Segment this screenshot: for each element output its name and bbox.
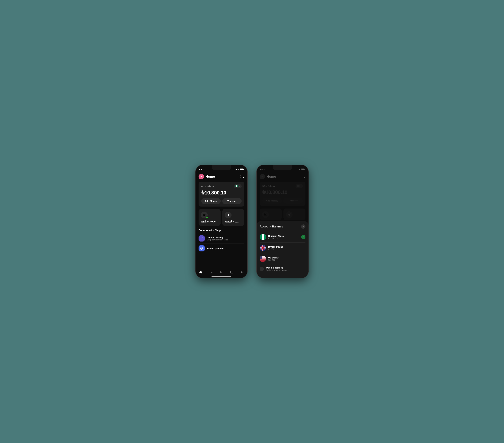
- bills-icon-wrap-right: [286, 211, 293, 218]
- scene: 9:41 ⊖: [186, 156, 318, 287]
- quick-item-pay-bills[interactable]: Pay Bills Top-Up & utilities: [222, 209, 244, 226]
- modal-header-right: Account Balance ×: [260, 224, 306, 229]
- currency-item-naira[interactable]: Nigerian Naira ₦1,000,000 ✓: [260, 232, 306, 242]
- signal-icon-right: [298, 168, 301, 170]
- naira-check-icon: ✓: [301, 235, 306, 239]
- convert-dots-icon[interactable]: ⋮: [242, 237, 244, 240]
- scan-icon-left[interactable]: [240, 175, 244, 179]
- transfer-button-right: Transfer: [283, 198, 303, 204]
- convert-title: Convert Money: [207, 236, 239, 239]
- tuition-dots-icon[interactable]: ⋮: [242, 247, 244, 250]
- status-bar-left: 9:41 ⊖: [196, 165, 247, 173]
- nigeria-flag: [260, 234, 266, 240]
- status-time-right: 9:41: [260, 168, 265, 171]
- scan-icon-right: [302, 175, 306, 179]
- quick-grid-left: 🏛 Bank Account Show account info: [198, 209, 244, 226]
- action-buttons-left: Add Money Transfer: [201, 198, 242, 204]
- gbp-info: British Pound £1,000: [268, 245, 306, 250]
- action-buttons-right: Add Money Transfer: [262, 198, 303, 204]
- svg-rect-5: [241, 177, 242, 178]
- battery-icon: [240, 168, 244, 170]
- bank-icon-badge: [206, 217, 208, 219]
- transfer-button-left[interactable]: Transfer: [222, 198, 242, 204]
- status-icons-right: [298, 168, 305, 170]
- svg-rect-39: [260, 261, 266, 261]
- quick-grid-right: 🏛: [260, 208, 306, 220]
- currency-item-gbp[interactable]: British Pound £1,000: [260, 242, 306, 253]
- quick-item-bank-account[interactable]: 🏛 Bank Account Show account info: [198, 209, 220, 226]
- svg-rect-3: [241, 175, 242, 176]
- nav-profile[interactable]: [241, 270, 244, 274]
- modal-sheet-right: Account Balance × Nigerian Nair: [257, 221, 308, 278]
- bank-icon: 🏛: [203, 213, 206, 217]
- svg-point-10: [220, 271, 222, 273]
- nav-cards[interactable]: [230, 270, 234, 274]
- balance-label-row-left: NGN Balance 🇳🇬 ▾: [201, 184, 242, 188]
- battery-icon-right: [301, 168, 305, 170]
- nav-search[interactable]: [220, 270, 223, 274]
- app-content-left: CC Home NGN Balance: [196, 173, 247, 269]
- balance-amount-right: ₦10,800.10: [262, 189, 303, 195]
- currency-item-usd[interactable]: US Dollar $90,000: [260, 253, 306, 264]
- naira-amount: ₦1,000,000: [268, 237, 299, 240]
- add-money-button-left[interactable]: Add Money: [201, 198, 221, 204]
- send-icon-right: [288, 213, 291, 216]
- app-content-right: CC Home NGN: [257, 173, 308, 223]
- currency-badge-left[interactable]: 🇳🇬 ▾: [234, 184, 242, 188]
- svg-rect-14: [305, 169, 305, 170]
- svg-rect-16: [302, 175, 303, 176]
- us-flag: [260, 256, 266, 262]
- status-time-left: 9:41: [199, 168, 204, 171]
- tuition-icon-wrap: [198, 245, 205, 251]
- svg-rect-15: [302, 169, 304, 170]
- svg-rect-1: [243, 169, 244, 170]
- nav-home[interactable]: [199, 270, 202, 274]
- bank-icon-wrap-right: 🏛: [262, 211, 269, 218]
- open-balance-info: Open a balance Add a new wallet account: [266, 266, 306, 271]
- dimmed-content-right: 9:41: [257, 165, 308, 223]
- plus-icon-open: +: [260, 267, 264, 271]
- signal-icon: [234, 168, 237, 170]
- usd-amount: $90,000: [268, 259, 306, 261]
- status-icons-left: ⊖: [234, 168, 244, 171]
- currency-item-open[interactable]: + Open a balance Add a new wallet accoun…: [260, 264, 306, 274]
- usd-name: US Dollar: [268, 256, 306, 259]
- naira-info: Nigerian Naira ₦1,000,000: [268, 235, 299, 240]
- svg-rect-38: [260, 259, 266, 260]
- uk-flag: [260, 245, 266, 251]
- balance-label-right: NGN Balance: [262, 185, 275, 187]
- screen-right: 9:41: [257, 165, 308, 278]
- logo-title-right: CC Home: [260, 174, 276, 179]
- convert-subtitle: Swap between currencies: [207, 239, 239, 241]
- currency-badge-right: ▾: [296, 184, 303, 188]
- svg-rect-22: [262, 234, 264, 240]
- balance-amount-left: ₦10,800.10: [201, 190, 242, 196]
- balance-card-left: NGN Balance 🇳🇬 ▾ ₦10,800.10 Add Money Tr…: [198, 182, 244, 206]
- open-balance-name: Open a balance: [266, 266, 306, 269]
- svg-rect-11: [231, 271, 233, 273]
- balance-label-left: NGN Balance: [201, 185, 215, 188]
- list-item-tuition[interactable]: Tuition payment ⋮: [198, 243, 244, 253]
- list-item-convert[interactable]: Convert Money Swap between currencies ⋮: [198, 234, 244, 243]
- svg-rect-40: [260, 256, 262, 259]
- naira-name: Nigerian Naira: [268, 235, 299, 237]
- bank-icon-right: 🏛: [264, 213, 267, 217]
- home-indicator-left: [196, 275, 247, 278]
- nav-history[interactable]: [209, 270, 213, 274]
- bank-account-subtitle: Show account info: [201, 222, 218, 224]
- currency-flag-right: [297, 185, 300, 187]
- tuition-title: Tuition payment: [207, 247, 239, 250]
- app-title-left: Home: [206, 175, 215, 179]
- gbp-name: British Pound: [268, 245, 306, 248]
- add-money-button-right: Add Money: [262, 198, 282, 204]
- open-balance-sub: Add a new wallet account: [266, 269, 306, 271]
- modal-title-right: Account Balance: [260, 225, 283, 228]
- modal-close-button[interactable]: ×: [301, 224, 306, 229]
- svg-rect-18: [302, 177, 303, 178]
- balance-card-right: NGN Balance ▾ ₦10,800.10 Add Money Trans…: [260, 182, 306, 206]
- quick-item-bank-right: 🏛: [260, 208, 282, 220]
- svg-point-12: [242, 271, 243, 272]
- svg-rect-4: [243, 175, 244, 176]
- home-bar-left: [212, 276, 231, 277]
- tuition-icon: [200, 247, 203, 250]
